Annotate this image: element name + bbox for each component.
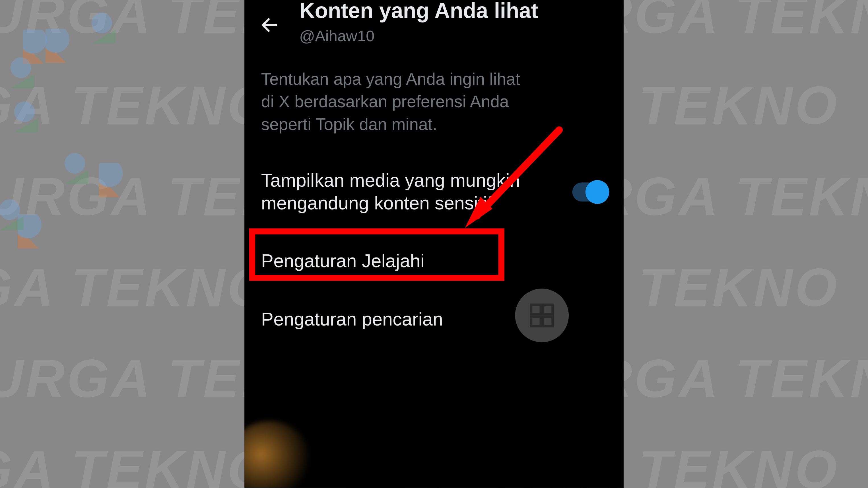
explore-settings-label: Pengaturan Jelajahi (261, 250, 425, 272)
screenshot-frame: Konten yang Anda lihat @Aihaw10 Tentukan… (0, 0, 868, 488)
page-title: Konten yang Anda lihat (299, 0, 538, 23)
svg-rect-6 (543, 317, 553, 326)
explore-settings-row[interactable]: Pengaturan Jelajahi (244, 234, 624, 288)
sensitive-media-row[interactable]: Tampilkan media yang mungkin mengandung … (244, 164, 624, 219)
header: Konten yang Anda lihat @Aihaw10 (244, 0, 624, 52)
bottom-glow (244, 421, 311, 488)
title-block: Konten yang Anda lihat @Aihaw10 (299, 0, 538, 45)
svg-rect-5 (531, 317, 541, 326)
svg-rect-3 (531, 305, 541, 314)
grid-icon (528, 301, 556, 330)
sensitive-media-label: Tampilkan media yang mungkin mengandung … (261, 170, 524, 214)
recents-fab[interactable] (515, 288, 569, 342)
sensitive-media-toggle[interactable] (572, 182, 607, 201)
phone-screen: Konten yang Anda lihat @Aihaw10 Tentukan… (244, 0, 624, 488)
toggle-knob (586, 180, 610, 204)
svg-rect-4 (543, 305, 553, 314)
page-description: Tentukan apa yang Anda ingin lihat di X … (244, 52, 552, 136)
back-button[interactable] (255, 11, 284, 39)
account-handle: @Aihaw10 (299, 27, 538, 45)
search-settings-label: Pengaturan pencarian (261, 308, 443, 330)
arrow-left-icon (259, 15, 280, 35)
